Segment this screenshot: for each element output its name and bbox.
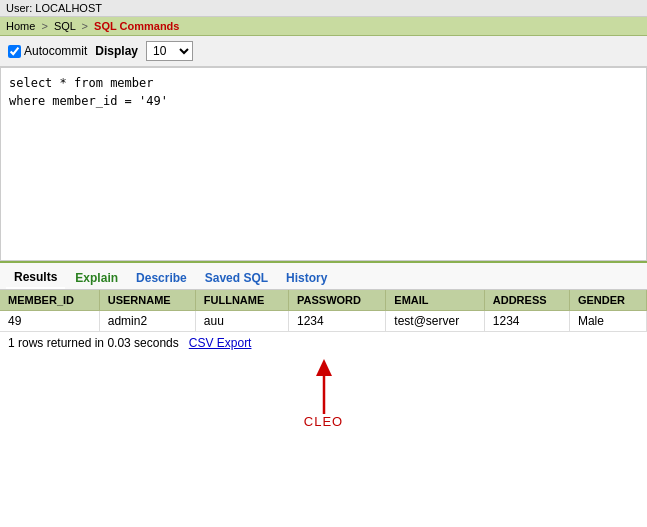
tab-history[interactable]: History xyxy=(278,268,335,288)
table-col-username: USERNAME xyxy=(99,290,195,311)
display-label: Display xyxy=(95,44,138,58)
table-cell: auu xyxy=(195,311,288,332)
table-cell: test@server xyxy=(386,311,484,332)
table-col-email: EMAIL xyxy=(386,290,484,311)
table-col-fullname: FULLNAME xyxy=(195,290,288,311)
csv-export-link[interactable]: CSV Export xyxy=(189,336,252,350)
table-cell: 49 xyxy=(0,311,99,332)
table-col-member_id: MEMBER_ID xyxy=(0,290,99,311)
annotation-area: CLEO xyxy=(0,354,647,444)
tab-explain[interactable]: Explain xyxy=(67,268,126,288)
status-message: 1 rows returned in 0.03 seconds xyxy=(8,336,179,350)
table-cell: admin2 xyxy=(99,311,195,332)
breadcrumb-home[interactable]: Home xyxy=(6,20,35,32)
results-table: MEMBER_IDUSERNAMEFULLNAMEPASSWORDEMAILAD… xyxy=(0,290,647,332)
breadcrumb-current: SQL Commands xyxy=(94,20,179,32)
table-col-password: PASSWORD xyxy=(289,290,386,311)
top-bar: User: LOCALHOST xyxy=(0,0,647,17)
table-col-address: ADDRESS xyxy=(484,290,569,311)
toolbar: Autocommit Display 10 25 50 100 xyxy=(0,36,647,67)
results-section: MEMBER_IDUSERNAMEFULLNAMEPASSWORDEMAILAD… xyxy=(0,290,647,332)
table-cell: 1234 xyxy=(289,311,386,332)
tab-saved-sql[interactable]: Saved SQL xyxy=(197,268,276,288)
cleo-label: CLEO xyxy=(304,414,343,429)
breadcrumb-sep1: > xyxy=(41,20,47,32)
breadcrumb-sep2: > xyxy=(82,20,88,32)
display-select[interactable]: 10 25 50 100 xyxy=(146,41,193,61)
breadcrumb: Home > SQL > SQL Commands xyxy=(0,17,647,36)
autocommit-checkbox[interactable] xyxy=(8,45,21,58)
breadcrumb-sql[interactable]: SQL xyxy=(54,20,76,32)
sql-editor[interactable] xyxy=(0,67,647,261)
user-label: User: LOCALHOST xyxy=(6,2,102,14)
table-col-gender: GENDER xyxy=(569,290,646,311)
table-header-row: MEMBER_IDUSERNAMEFULLNAMEPASSWORDEMAILAD… xyxy=(0,290,647,311)
tab-results[interactable]: Results xyxy=(6,267,65,289)
status-bar: 1 rows returned in 0.03 seconds CSV Expo… xyxy=(0,332,647,354)
tabs-bar: Results Explain Describe Saved SQL Histo… xyxy=(0,261,647,290)
svg-marker-1 xyxy=(316,359,332,376)
table-cell: 1234 xyxy=(484,311,569,332)
tab-describe[interactable]: Describe xyxy=(128,268,195,288)
table-cell: Male xyxy=(569,311,646,332)
autocommit-text: Autocommit xyxy=(24,44,87,58)
autocommit-label[interactable]: Autocommit xyxy=(8,44,87,58)
table-row: 49admin2auu1234test@server1234Male xyxy=(0,311,647,332)
